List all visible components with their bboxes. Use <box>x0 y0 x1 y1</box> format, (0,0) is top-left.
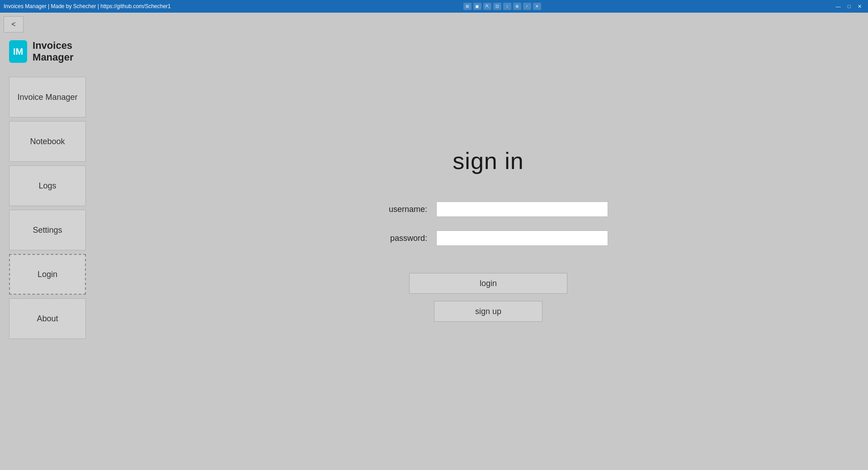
back-row: < <box>0 13 868 35</box>
tb-icon-3: ⇱ <box>483 3 491 10</box>
tb-icon-4: ⊡ <box>493 3 501 10</box>
title-bar-left: Invoices Manager | Made by Schecher | ht… <box>4 3 171 9</box>
maximize-button[interactable]: □ <box>844 2 854 10</box>
app-wrapper: < IM Invoices Manager Invoice Manager No… <box>0 13 868 470</box>
password-label: password: <box>368 234 427 243</box>
title-bar-controls: — □ ✕ <box>834 2 864 10</box>
sidebar-item-settings[interactable]: Settings <box>9 210 86 250</box>
username-label: username: <box>368 205 427 214</box>
main-area: IM Invoices Manager Invoice Manager Note… <box>0 35 868 470</box>
signup-button[interactable]: sign up <box>434 301 542 322</box>
tb-icon-2: ▣ <box>473 3 481 10</box>
sidebar-item-invoice-manager[interactable]: Invoice Manager <box>9 77 86 118</box>
content-area: sign in username: password: login sign u… <box>108 35 868 470</box>
logo-text: Invoices Manager <box>33 40 99 63</box>
tb-icon-1: ⊞ <box>463 3 472 10</box>
sidebar-item-logs[interactable]: Logs <box>9 165 86 206</box>
username-row: username: <box>368 202 608 217</box>
logo-icon: IM <box>9 40 27 63</box>
sidebar-item-notebook[interactable]: Notebook <box>9 121 86 162</box>
title-bar-title: Invoices Manager | Made by Schecher | ht… <box>4 3 171 9</box>
password-input[interactable] <box>436 230 608 246</box>
sidebar-item-about[interactable]: About <box>9 298 86 339</box>
login-button[interactable]: login <box>409 273 567 294</box>
sidebar-item-login[interactable]: Login <box>9 254 86 295</box>
password-row: password: <box>368 230 608 246</box>
close-button[interactable]: ✕ <box>855 2 864 10</box>
tb-icon-5: ↕ <box>503 3 511 10</box>
title-bar: Invoices Manager | Made by Schecher | ht… <box>0 0 868 13</box>
page-title: sign in <box>453 147 524 174</box>
form-container: username: password: login sign up <box>368 202 608 322</box>
title-bar-center: ⊞ ▣ ⇱ ⊡ ↕ ⊕ ✓ ✕ <box>463 3 541 10</box>
back-button[interactable]: < <box>4 16 24 33</box>
logo-area: IM Invoices Manager <box>9 35 99 77</box>
tb-icon-7: ✓ <box>523 3 531 10</box>
sidebar: IM Invoices Manager Invoice Manager Note… <box>0 35 108 470</box>
minimize-button[interactable]: — <box>834 2 843 10</box>
tb-icon-6: ⊕ <box>513 3 521 10</box>
username-input[interactable] <box>436 202 608 217</box>
tb-icon-8: ✕ <box>533 3 541 10</box>
